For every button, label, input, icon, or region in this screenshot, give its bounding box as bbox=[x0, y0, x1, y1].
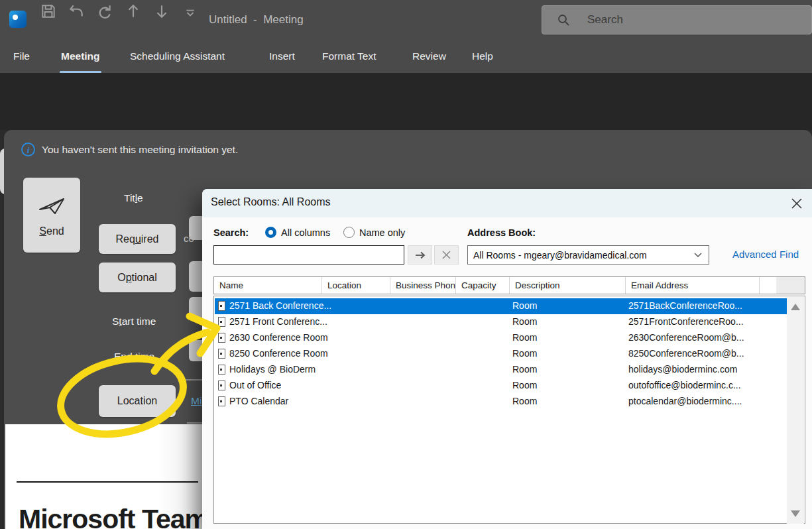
save-icon[interactable] bbox=[40, 3, 57, 20]
room-icon bbox=[218, 381, 225, 390]
room-email: 2571BackConferenceRoo... bbox=[628, 300, 786, 311]
outlook-app-icon bbox=[9, 11, 27, 28]
dropdown-chevron-icon bbox=[694, 253, 702, 258]
line-fragment bbox=[184, 379, 202, 381]
search-icon bbox=[557, 13, 570, 27]
teams-link-fragment[interactable]: Mi bbox=[191, 395, 202, 407]
scroll-up-arrow-icon[interactable] bbox=[791, 304, 800, 310]
room-search-input[interactable] bbox=[213, 245, 404, 264]
room-description: Room bbox=[512, 364, 625, 375]
room-row[interactable]: Holidays @ BioDerm Room holidays@bioderm… bbox=[215, 362, 787, 378]
dialog-close-button[interactable] bbox=[787, 194, 807, 213]
ribbon-band: S Skype Meeting T Join Teams Meeting Mee… bbox=[0, 73, 812, 130]
room-name: Out of Office bbox=[229, 380, 508, 390]
room-name: PTO Calendar bbox=[229, 396, 508, 406]
dialog-search-label: Search: bbox=[213, 227, 249, 238]
required-field-sliver bbox=[189, 261, 202, 292]
infobar: i You haven't sent this meeting invitati… bbox=[21, 143, 238, 156]
column-header-blank bbox=[760, 277, 776, 294]
room-description: Room bbox=[512, 380, 625, 390]
location-button[interactable]: Location bbox=[99, 385, 176, 417]
outlook-meeting-window: Untitled - Meeting Search File Meeting S… bbox=[0, 0, 812, 529]
horizontal-rule bbox=[17, 481, 198, 483]
undo-icon[interactable] bbox=[68, 3, 85, 20]
move-down-icon[interactable] bbox=[153, 3, 170, 20]
start-time-picker-sliver bbox=[189, 297, 202, 318]
room-name: 2630 Conference Room bbox=[229, 332, 508, 343]
room-row[interactable]: 8250 Conference Room Room 8250Conference… bbox=[215, 346, 787, 362]
info-icon: i bbox=[21, 143, 35, 156]
vertical-scrollbar[interactable] bbox=[787, 297, 804, 524]
clear-search-button[interactable] bbox=[434, 245, 459, 264]
room-row[interactable]: 2571 Front Conferenc... Room 2571FrontCo… bbox=[215, 314, 787, 330]
room-description: Room bbox=[512, 316, 625, 327]
tab-format-text[interactable]: Format Text bbox=[322, 50, 377, 70]
rooms-list-box: 2571 Back Conference... Room 2571BackCon… bbox=[213, 296, 805, 524]
send-label: Send bbox=[39, 225, 64, 237]
room-email: outofoffice@bioderminc.c... bbox=[628, 380, 786, 390]
table-header: Name Location Business Phone Capacity De… bbox=[213, 276, 805, 294]
go-button[interactable] bbox=[408, 245, 432, 264]
room-row[interactable]: 2630 Conference Room Room 2630Conference… bbox=[215, 330, 787, 346]
select-rooms-dialog: Select Rooms: All Rooms Search: All colu… bbox=[202, 189, 812, 529]
tab-insert[interactable]: Insert bbox=[269, 50, 295, 70]
column-header-name[interactable]: Name bbox=[214, 277, 322, 294]
line-fragment bbox=[187, 422, 202, 424]
advanced-find-link[interactable]: Advanced Find bbox=[732, 249, 799, 260]
room-email: 2571FrontConferenceRoo... bbox=[628, 316, 786, 327]
radio-all-columns-label[interactable]: All columns bbox=[281, 227, 330, 238]
required-button[interactable]: Required bbox=[99, 224, 176, 254]
room-email: 2630ConferenceRoom@b... bbox=[628, 332, 786, 343]
message-body[interactable]: Microsoft Teams bbox=[5, 424, 202, 529]
window-title: Untitled - Meeting bbox=[209, 13, 304, 27]
room-name: 2571 Back Conference... bbox=[229, 300, 508, 311]
scroll-down-arrow-icon[interactable] bbox=[791, 510, 800, 517]
end-time-label: End time bbox=[114, 351, 154, 363]
room-row[interactable]: PTO Calendar Room ptocalendar@bioderminc… bbox=[215, 394, 787, 410]
room-description: Room bbox=[512, 396, 625, 406]
address-book-label: Address Book: bbox=[467, 227, 536, 238]
column-header-description[interactable]: Description bbox=[510, 277, 626, 294]
address-book-dropdown[interactable]: All Rooms - mgeary@bravidamedical.com bbox=[467, 245, 709, 264]
room-description: Room bbox=[512, 348, 625, 359]
room-name: Holidays @ BioDerm bbox=[229, 364, 508, 375]
column-header-business-phone[interactable]: Business Phone bbox=[390, 277, 456, 294]
column-header-email-address[interactable]: Email Address bbox=[626, 277, 760, 294]
room-row[interactable]: 2571 Back Conference... Room 2571BackCon… bbox=[215, 298, 787, 314]
room-email: 8250ConferenceRoom@b... bbox=[628, 348, 786, 359]
search-box[interactable]: Search bbox=[542, 5, 812, 34]
radio-name-only-label[interactable]: Name only bbox=[359, 227, 405, 238]
room-icon bbox=[218, 333, 225, 343]
move-up-icon[interactable] bbox=[125, 3, 142, 20]
room-row[interactable]: Out of Office Room outofoffice@biodermin… bbox=[215, 378, 787, 394]
tab-file[interactable]: File bbox=[13, 50, 30, 70]
title-label: Title bbox=[124, 192, 143, 204]
tab-scheduling-assistant[interactable]: Scheduling Assistant bbox=[130, 50, 225, 70]
dialog-title: Select Rooms: All Rooms bbox=[211, 196, 331, 208]
radio-all-columns[interactable] bbox=[265, 227, 276, 238]
redo-icon[interactable] bbox=[96, 3, 113, 20]
room-icon bbox=[218, 301, 225, 311]
radio-name-only[interactable] bbox=[343, 227, 355, 238]
address-book-value: All Rooms - mgeary@bravidamedical.com bbox=[473, 250, 647, 261]
room-icon bbox=[218, 396, 225, 406]
room-icon bbox=[218, 365, 225, 375]
room-email: holidays@bioderminc.com bbox=[628, 364, 786, 375]
room-icon bbox=[218, 349, 225, 359]
send-button[interactable]: Send bbox=[23, 178, 80, 253]
text-fragment: co bbox=[184, 233, 194, 244]
customize-qat-chevron-icon[interactable] bbox=[184, 7, 202, 24]
start-time-label: Start time bbox=[112, 316, 156, 327]
room-email: ptocalendar@bioderminc.... bbox=[628, 396, 786, 406]
rooms-list: 2571 Back Conference... Room 2571BackCon… bbox=[215, 298, 787, 410]
optional-button[interactable]: Optional bbox=[99, 263, 176, 292]
column-header-capacity[interactable]: Capacity bbox=[456, 277, 510, 294]
dialog-title-bar[interactable]: Select Rooms: All Rooms bbox=[202, 189, 812, 217]
tab-help[interactable]: Help bbox=[472, 50, 493, 70]
search-placeholder: Search bbox=[587, 13, 623, 27]
column-header-location[interactable]: Location bbox=[322, 277, 390, 294]
column-header-scroll-area bbox=[776, 277, 805, 294]
tab-meeting[interactable]: Meeting bbox=[61, 50, 100, 70]
room-name: 2571 Front Conferenc... bbox=[229, 316, 508, 327]
tab-review[interactable]: Review bbox=[412, 50, 446, 70]
